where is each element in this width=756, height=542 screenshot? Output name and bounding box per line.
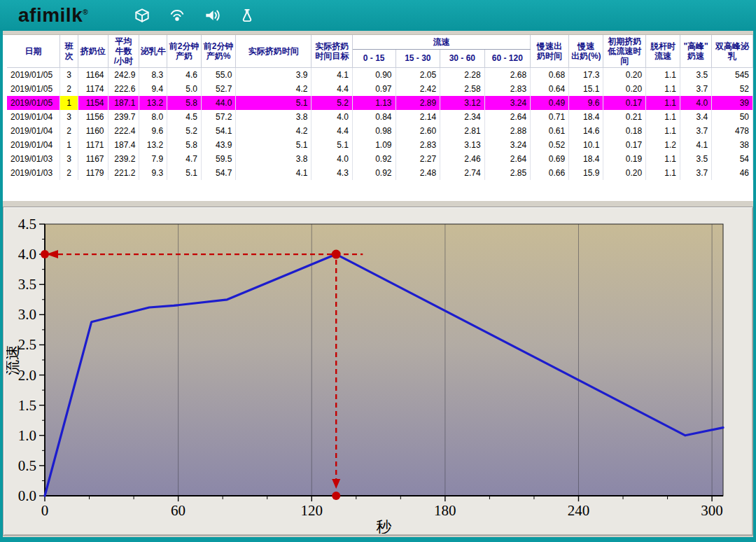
column-header[interactable]: 平均 牛数 /小时 <box>108 35 139 68</box>
cell: 0.18 <box>603 124 646 138</box>
column-header[interactable]: 前2分钟 产奶 <box>167 35 202 68</box>
cell: 0.98 <box>352 124 396 138</box>
column-header[interactable]: 日期 <box>7 35 60 68</box>
cell: 0.20 <box>603 82 646 96</box>
column-header[interactable]: 初期挤奶 低流速时间 <box>603 35 646 68</box>
cell: 1.2 <box>646 138 680 152</box>
cell: 1156 <box>78 110 108 124</box>
cell: 54 <box>712 152 753 166</box>
cell: 9.4 <box>139 82 167 96</box>
cell: 4.0 <box>312 110 352 124</box>
plot-area <box>45 224 723 496</box>
cell: 0.92 <box>352 152 396 166</box>
x-axis-marker-dot <box>332 492 340 500</box>
cell: 3.8 <box>236 152 312 166</box>
cell: 39 <box>712 96 753 110</box>
cell: 222.4 <box>108 124 139 138</box>
flow-subcolumn-header[interactable]: 30 - 60 <box>440 49 485 68</box>
cell: 1 <box>60 96 78 110</box>
wifi-icon[interactable] <box>167 5 188 26</box>
cell: 7.9 <box>139 152 167 166</box>
cell: 18.4 <box>569 110 603 124</box>
cell: 0.61 <box>531 124 569 138</box>
cell: 1.1 <box>646 152 680 166</box>
cell: 9.6 <box>569 96 603 110</box>
cell: 2 <box>60 82 78 96</box>
cell: 13.2 <box>139 138 167 152</box>
flow-subcolumn-header[interactable]: 60 - 120 <box>484 49 530 68</box>
cell: 3.24 <box>484 96 530 110</box>
main-area: 日期班次挤奶位平均 牛数 /小时泌乳牛前2分钟 产奶前2分钟 产奶%实际挤奶时间… <box>3 31 753 537</box>
cell: 2019/01/03 <box>7 152 60 166</box>
flow-subcolumn-header[interactable]: 0 - 15 <box>352 49 396 68</box>
cell: 2 <box>60 166 78 180</box>
table-row[interactable]: 2019/01/0511154187.113.25.844.05.15.21.1… <box>7 96 753 110</box>
table-row[interactable]: 2019/01/0531164242.98.34.655.03.94.10.90… <box>7 68 753 82</box>
cell: 3.7 <box>680 166 712 180</box>
cell: 0.52 <box>531 138 569 152</box>
column-header[interactable]: 实际挤奶 时间目标 <box>312 35 352 68</box>
cell: 59.5 <box>202 152 236 166</box>
cell: 1164 <box>78 68 108 82</box>
registered-mark: ® <box>83 8 88 16</box>
cell: 46 <box>712 166 753 180</box>
cell: 5.1 <box>236 96 312 110</box>
column-header[interactable]: 泌乳牛 <box>139 35 167 68</box>
cell: 2.60 <box>396 124 440 138</box>
table-row[interactable]: 2019/01/0421160222.49.65.254.14.24.40.98… <box>7 124 753 138</box>
cell: 545 <box>712 68 753 82</box>
cell: 2019/01/04 <box>7 110 60 124</box>
flask-icon[interactable] <box>237 5 258 26</box>
cell: 2.83 <box>396 138 440 152</box>
flow-subcolumn-header[interactable]: 15 - 30 <box>396 49 440 68</box>
cell: 2.46 <box>440 152 485 166</box>
cell: 1154 <box>78 96 108 110</box>
peak-marker-dot <box>332 250 341 259</box>
cell: 2.64 <box>484 110 530 124</box>
cell: 2019/01/04 <box>7 138 60 152</box>
table-row[interactable]: 2019/01/0331167239.27.94.759.53.84.00.92… <box>7 152 753 166</box>
column-header[interactable]: 实际挤奶时间 <box>236 35 312 68</box>
column-header[interactable]: 双高峰泌乳 <box>712 35 753 68</box>
y-tick-label: 0.5 <box>18 457 36 474</box>
table-row[interactable]: 2019/01/0521174222.69.45.052.74.24.40.97… <box>7 82 753 96</box>
table-row[interactable]: 2019/01/0411171187.413.25.843.95.15.11.0… <box>7 138 753 152</box>
cell: 0.68 <box>531 68 569 82</box>
cell: 0.17 <box>603 96 646 110</box>
app-window: afimilk® 日期班次挤奶位平均 牛数 /小时泌乳牛前2分钟 产奶前2分钟 … <box>0 0 756 542</box>
table-row[interactable]: 2019/01/0321179221.29.35.154.74.14.30.92… <box>7 166 753 180</box>
cell: 4.3 <box>312 166 352 180</box>
cell: 2.14 <box>396 110 440 124</box>
cell: 3.9 <box>236 68 312 82</box>
x-tick-label: 60 <box>171 502 186 519</box>
column-header[interactable]: 慢速出 奶时间 <box>531 35 569 68</box>
cell: 5.0 <box>167 82 202 96</box>
column-header[interactable]: 慢速 出奶(%) <box>569 35 603 68</box>
cell: 4.0 <box>680 96 712 110</box>
cell: 4.1 <box>236 166 312 180</box>
column-header[interactable]: 班次 <box>60 35 78 68</box>
cell: 2.34 <box>440 110 485 124</box>
cell: 0.21 <box>603 110 646 124</box>
flow-group-header[interactable]: 流速 <box>352 35 530 49</box>
column-header[interactable]: 前2分钟 产奶% <box>202 35 236 68</box>
column-header[interactable]: 脱杆时 流速 <box>646 35 680 68</box>
cell: 1 <box>60 138 78 152</box>
speaker-icon[interactable] <box>202 5 223 26</box>
x-tick-label: 120 <box>300 502 323 519</box>
table-row[interactable]: 2019/01/0431156239.78.04.557.23.84.00.84… <box>7 110 753 124</box>
cell: 1.1 <box>646 82 680 96</box>
column-header[interactable]: 挤奶位 <box>78 35 108 68</box>
cell: 2.28 <box>440 68 485 82</box>
cell: 5.2 <box>312 96 352 110</box>
cell: 0.64 <box>531 82 569 96</box>
x-tick-label: 180 <box>434 502 456 519</box>
y-axis-title: 流速 <box>6 345 21 375</box>
column-header[interactable]: "高峰" 奶速 <box>680 35 712 68</box>
cell: 3.7 <box>680 82 712 96</box>
cell: 4.2 <box>236 124 312 138</box>
cell: 2.58 <box>440 82 485 96</box>
cell: 57.2 <box>202 110 236 124</box>
cell: 2 <box>60 124 78 138</box>
cube-icon[interactable] <box>132 5 153 26</box>
